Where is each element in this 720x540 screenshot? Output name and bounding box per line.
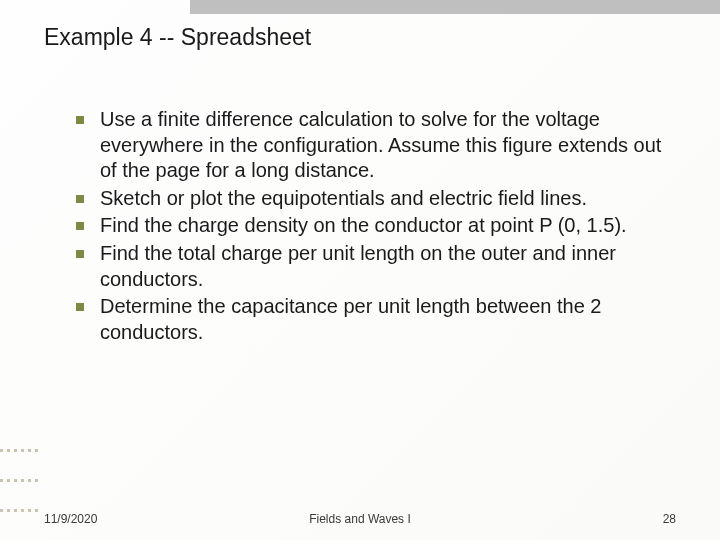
bullet-item: Find the total charge per unit length on… <box>82 241 676 292</box>
bullet-item: Find the charge density on the conductor… <box>82 213 676 239</box>
decorative-dots <box>0 438 48 442</box>
slide-footer: 11/9/2020 Fields and Waves I 28 <box>0 512 720 526</box>
bullet-list: Use a finite difference calculation to s… <box>44 107 676 345</box>
decorative-dots <box>0 498 48 502</box>
decorative-dots <box>0 468 48 472</box>
bullet-item: Use a finite difference calculation to s… <box>82 107 676 184</box>
bullet-item: Sketch or plot the equipotentials and el… <box>82 186 676 212</box>
slide-content: Example 4 -- Spreadsheet Use a finite di… <box>0 0 720 540</box>
footer-date: 11/9/2020 <box>44 512 97 526</box>
footer-page-number: 28 <box>663 512 676 526</box>
slide-title: Example 4 -- Spreadsheet <box>44 24 676 51</box>
bullet-item: Determine the capacitance per unit lengt… <box>82 294 676 345</box>
footer-course: Fields and Waves I <box>309 512 411 526</box>
